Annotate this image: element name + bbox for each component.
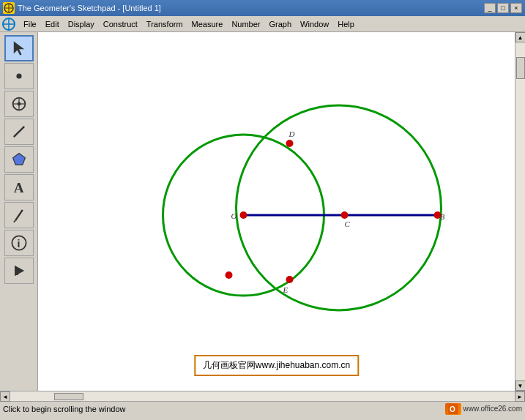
watermark: 几何画板官网www.jihehuaban.com.cn [194, 355, 359, 376]
bottom-scrollbar[interactable]: ◄ ► [0, 391, 525, 401]
title-bar-controls[interactable]: _ □ × [484, 3, 522, 13]
menu-number[interactable]: Number [227, 18, 264, 30]
geometry-canvas: O D E C B [38, 32, 515, 391]
menu-graph[interactable]: Graph [265, 18, 297, 30]
scroll-thumb-bottom[interactable] [54, 393, 83, 400]
window-title: The Geometer's Sketchpad - [Untitled 1] [18, 4, 161, 12]
canvas-area[interactable]: O D E C B 几何画板官网www.jihehuaban.com.cn [38, 32, 515, 391]
svg-point-24 [240, 211, 247, 219]
menu-window[interactable]: Window [296, 18, 333, 30]
office-logo-icon: O [445, 403, 461, 415]
title-bar-left: The Geometer's Sketchpad - [Untitled 1] [3, 2, 161, 14]
menu-edit[interactable]: Edit [41, 18, 64, 30]
svg-marker-6 [13, 41, 23, 55]
svg-text:i: i [17, 238, 20, 250]
tool-marker[interactable] [4, 202, 34, 228]
svg-text:D: D [288, 130, 295, 138]
tool-polygon[interactable] [4, 146, 34, 173]
menu-help[interactable]: Help [333, 18, 359, 30]
menu-display[interactable]: Display [64, 18, 99, 30]
scroll-down-button[interactable]: ▼ [515, 380, 526, 391]
svg-point-34 [226, 271, 233, 279]
menu-file[interactable]: File [19, 18, 41, 30]
svg-point-28 [286, 276, 294, 283]
menu-bar: File Edit Display Construct Transform Me… [0, 16, 525, 32]
scrollbar-right[interactable]: ▲ ▼ [515, 32, 525, 391]
scroll-up-button[interactable]: ▲ [515, 32, 526, 42]
main-container: A i [0, 32, 525, 391]
scroll-right-button[interactable]: ► [515, 391, 525, 402]
svg-point-22 [237, 105, 442, 310]
svg-line-15 [15, 210, 23, 220]
svg-text:A: A [13, 180, 23, 195]
status-bar: Click to begin scrolling the window O ww… [0, 401, 525, 416]
app-icon [3, 2, 15, 14]
svg-point-11 [17, 102, 21, 106]
svg-text:E: E [283, 285, 288, 294]
svg-point-7 [16, 73, 21, 78]
menu-construct[interactable]: Construct [99, 18, 142, 30]
svg-text:O: O [231, 211, 237, 220]
status-message: Click to begin scrolling the window [3, 405, 126, 413]
title-bar: The Geometer's Sketchpad - [Untitled 1] … [0, 0, 525, 16]
scroll-track-right[interactable] [515, 42, 526, 380]
svg-point-26 [286, 140, 294, 147]
svg-point-30 [341, 211, 349, 219]
menu-app-icon [1, 17, 16, 31]
scroll-left-button[interactable]: ◄ [0, 391, 10, 402]
scroll-track-bottom[interactable] [10, 391, 515, 401]
menu-transform[interactable]: Transform [142, 18, 187, 30]
tool-point[interactable] [4, 63, 34, 89]
svg-text:O: O [450, 405, 455, 413]
svg-marker-13 [12, 154, 25, 165]
svg-line-16 [13, 220, 15, 222]
svg-text:C: C [345, 220, 351, 228]
svg-line-12 [13, 127, 23, 137]
website-label: www.office26.com [463, 405, 522, 413]
tool-compass[interactable] [4, 91, 34, 117]
toolbar: A i [0, 32, 38, 391]
tool-text[interactable]: A [4, 174, 34, 200]
svg-text:B: B [440, 212, 445, 221]
status-right: O www.office26.com [445, 403, 522, 415]
tool-line[interactable] [4, 119, 34, 145]
menu-measure[interactable]: Measure [187, 18, 228, 30]
minimize-button[interactable]: _ [484, 3, 496, 13]
tool-custom[interactable] [4, 258, 34, 284]
tool-select[interactable] [4, 35, 34, 61]
scroll-thumb-right[interactable] [516, 57, 525, 79]
close-button[interactable]: × [510, 3, 522, 13]
tool-info[interactable]: i [4, 230, 34, 256]
maximize-button[interactable]: □ [497, 3, 509, 13]
